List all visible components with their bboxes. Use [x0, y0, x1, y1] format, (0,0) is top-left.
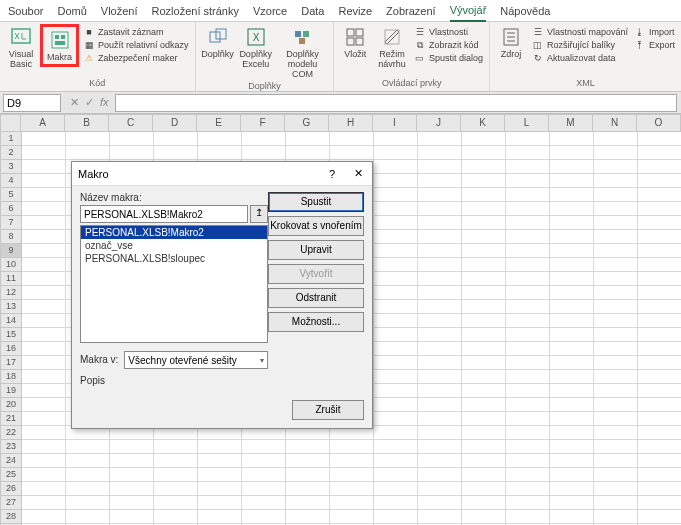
makra-v-combo[interactable]: Všechny otevřené sešity ▾ — [124, 351, 268, 369]
row-header[interactable]: 21 — [0, 412, 22, 426]
row-header[interactable]: 13 — [0, 300, 22, 314]
doplnky-excelu-button[interactable]: XDoplňky Excelu — [238, 24, 274, 71]
tab-zobrazeni[interactable]: Zobrazení — [386, 5, 436, 17]
row-header[interactable]: 20 — [0, 398, 22, 412]
row-header[interactable]: 4 — [0, 174, 22, 188]
col-header[interactable]: F — [241, 114, 285, 132]
properties-icon: ☰ — [414, 26, 426, 38]
tab-rozlozeni[interactable]: Rozložení stránky — [152, 5, 239, 17]
makra-button[interactable]: Makra — [40, 24, 79, 67]
import-button[interactable]: ⭳Import — [632, 26, 677, 38]
list-item[interactable]: PERSONAL.XLSB!sloupec — [81, 252, 267, 265]
row-header[interactable]: 25 — [0, 468, 22, 482]
col-header[interactable]: J — [417, 114, 461, 132]
odstranit-button[interactable]: Odstranit — [268, 288, 364, 308]
col-header[interactable]: B — [65, 114, 109, 132]
doplnky-com-button[interactable]: Doplňky modelu COM — [276, 24, 330, 81]
col-header[interactable]: N — [593, 114, 637, 132]
tab-napoveda[interactable]: Nápověda — [500, 5, 550, 17]
row-header[interactable]: 15 — [0, 328, 22, 342]
col-header[interactable]: H — [329, 114, 373, 132]
fx-icon[interactable]: fx — [100, 96, 109, 109]
visual-basic-button[interactable]: Visual Basic — [4, 24, 38, 71]
tab-domu[interactable]: Domů — [57, 5, 86, 17]
aktualizovat-button[interactable]: ↻Aktualizovat data — [530, 52, 630, 64]
tab-revize[interactable]: Revize — [338, 5, 372, 17]
spustit-dialog-button[interactable]: ▭Spustit dialog — [412, 52, 485, 64]
relativni-odkazy-button[interactable]: ▦Použít relativní odkazy — [81, 39, 191, 51]
moznosti-button[interactable]: Možnosti... — [268, 312, 364, 332]
col-header[interactable]: A — [21, 114, 65, 132]
row-header[interactable]: 26 — [0, 482, 22, 496]
col-header[interactable]: C — [109, 114, 153, 132]
tab-vzorce[interactable]: Vzorce — [253, 5, 287, 17]
dialog-titlebar: Makro ? ✕ — [72, 162, 372, 186]
collapse-button[interactable]: ↥ — [250, 205, 268, 223]
makro-dialog: Makro ? ✕ Název makra: ↥ PERSONAL.XLSB!M… — [71, 161, 373, 429]
col-header[interactable]: O — [637, 114, 681, 132]
macro-list[interactable]: PERSONAL.XLSB!Makro2 označ_vse PERSONAL.… — [80, 225, 268, 343]
enter-icon[interactable]: ✓ — [85, 96, 94, 109]
cancel-icon[interactable]: ✕ — [70, 96, 79, 109]
list-item[interactable]: označ_vse — [81, 239, 267, 252]
zrusit-button[interactable]: Zrušit — [292, 400, 364, 420]
row-header[interactable]: 23 — [0, 440, 22, 454]
row-header[interactable]: 7 — [0, 216, 22, 230]
close-button[interactable]: ✕ — [350, 167, 366, 180]
spustit-button[interactable]: Spustit — [268, 192, 364, 212]
select-all-corner[interactable] — [0, 114, 21, 132]
zobrazit-kod-button[interactable]: ⧉Zobrazit kód — [412, 39, 485, 51]
row-header[interactable]: 24 — [0, 454, 22, 468]
upravit-button[interactable]: Upravit — [268, 240, 364, 260]
vytvorit-button[interactable]: Vytvořit — [268, 264, 364, 284]
export-button[interactable]: ⭱Export — [632, 39, 677, 51]
tab-soubor[interactable]: Soubor — [8, 5, 43, 17]
vlastnosti-button[interactable]: ☰Vlastnosti — [412, 26, 485, 38]
row-header[interactable]: 14 — [0, 314, 22, 328]
formula-input[interactable] — [115, 94, 677, 112]
macro-name-input[interactable] — [80, 205, 248, 223]
tab-vyvojar[interactable]: Vývojář — [450, 0, 487, 22]
row-header[interactable]: 9 — [0, 244, 22, 258]
rezim-navrhu-button[interactable]: Režim návrhu — [374, 24, 410, 71]
baliky-button[interactable]: ◫Rozšiřující balíky — [530, 39, 630, 51]
doplnky-button[interactable]: Doplňky — [200, 24, 236, 61]
zdroj-button[interactable]: Zdroj — [494, 24, 528, 61]
col-header[interactable]: E — [197, 114, 241, 132]
row-header[interactable]: 5 — [0, 188, 22, 202]
col-header[interactable]: I — [373, 114, 417, 132]
row-header[interactable]: 18 — [0, 370, 22, 384]
krokovat-button[interactable]: Krokovat s vnořením — [268, 216, 364, 236]
row-header[interactable]: 19 — [0, 384, 22, 398]
col-header[interactable]: K — [461, 114, 505, 132]
mapovani-button[interactable]: ☰Vlastnosti mapování — [530, 26, 630, 38]
row-header[interactable]: 17 — [0, 356, 22, 370]
row-header[interactable]: 6 — [0, 202, 22, 216]
vlozit-button[interactable]: Vložit — [338, 24, 372, 61]
list-item[interactable]: PERSONAL.XLSB!Makro2 — [81, 226, 267, 239]
help-button[interactable]: ? — [324, 168, 340, 180]
zastavit-zaznam-button[interactable]: ■Zastavit záznam — [81, 26, 191, 38]
row-header[interactable]: 11 — [0, 272, 22, 286]
row-header[interactable]: 8 — [0, 230, 22, 244]
row-header[interactable]: 27 — [0, 496, 22, 510]
name-box[interactable]: D9 — [3, 94, 61, 112]
group-xml: Zdroj ☰Vlastnosti mapování ◫Rozšiřující … — [490, 22, 681, 91]
tab-data[interactable]: Data — [301, 5, 324, 17]
row-header[interactable]: 1 — [0, 132, 22, 146]
tab-vlozeni[interactable]: Vložení — [101, 5, 138, 17]
svg-rect-1 — [52, 32, 68, 48]
col-header[interactable]: M — [549, 114, 593, 132]
col-header[interactable]: L — [505, 114, 549, 132]
col-header[interactable]: D — [153, 114, 197, 132]
row-header[interactable]: 16 — [0, 342, 22, 356]
import-icon: ⭳ — [634, 26, 646, 38]
row-header[interactable]: 3 — [0, 160, 22, 174]
row-header[interactable]: 12 — [0, 286, 22, 300]
col-header[interactable]: G — [285, 114, 329, 132]
row-header[interactable]: 10 — [0, 258, 22, 272]
row-header[interactable]: 28 — [0, 510, 22, 524]
zabezpeceni-maker-button[interactable]: ⚠Zabezpečení maker — [81, 52, 191, 64]
row-header[interactable]: 22 — [0, 426, 22, 440]
row-header[interactable]: 2 — [0, 146, 22, 160]
